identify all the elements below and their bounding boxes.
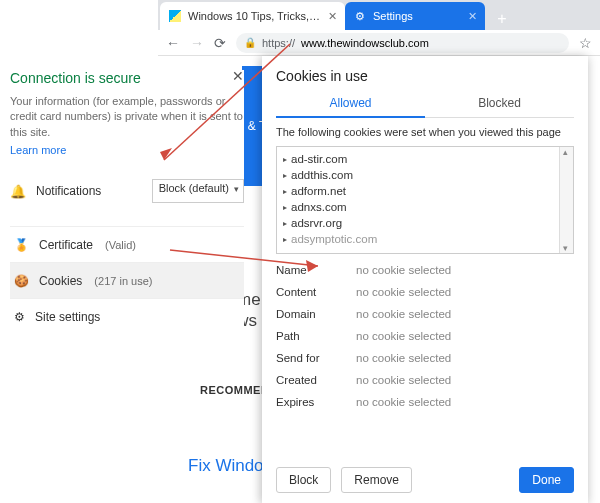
field-value: no cookie selected [356,308,574,320]
tab-site[interactable]: Windows 10 Tips, Tricks, Help, Su ✕ [160,2,345,30]
field-value: no cookie selected [356,396,574,408]
reload-icon[interactable]: ⟳ [214,35,226,51]
site-settings-label: Site settings [35,310,100,324]
field-label: Created [276,374,356,386]
site-info-popup: ✕ Connection is secure Your information … [10,70,244,334]
favicon-icon [168,9,182,23]
tab-blocked[interactable]: Blocked [425,90,574,117]
remove-button[interactable]: Remove [341,467,412,493]
chevron-right-icon: ▸ [283,219,287,228]
tab-bar: Windows 10 Tips, Tricks, Help, Su ✕ ⚙ Se… [158,0,600,30]
cookies-row[interactable]: 🍪 Cookies (217 in use) [10,262,244,298]
field-label: Content [276,286,356,298]
list-item[interactable]: ▸adform.net [277,183,573,199]
list-item[interactable]: ▸adsrvr.org [277,215,573,231]
chevron-right-icon: ▸ [283,187,287,196]
scrollbar[interactable] [559,147,573,253]
back-icon[interactable]: ← [166,35,180,51]
field-label: Send for [276,352,356,364]
learn-more-link[interactable]: Learn more [10,144,244,156]
certificate-icon: 🏅 [14,238,29,252]
lock-icon[interactable]: 🔒 [244,37,256,48]
cookie-icon: 🍪 [14,274,29,288]
cookie-domain: adnxs.com [291,201,347,213]
gear-icon: ⚙ [353,9,367,23]
cookie-domain: addthis.com [291,169,353,181]
field-value: no cookie selected [356,374,574,386]
address-bar[interactable]: 🔒 https://www.thewindowsclub.com [236,33,569,53]
list-item[interactable]: ▸adsymptotic.com [277,231,573,247]
field-value: no cookie selected [356,330,574,342]
tab-settings[interactable]: ⚙ Settings ✕ [345,2,485,30]
close-icon[interactable]: ✕ [232,68,244,84]
cookies-list[interactable]: ▸ad-stir.com ▸addthis.com ▸adform.net ▸a… [276,146,574,254]
permission-label: Notifications [36,184,142,198]
permission-notifications: 🔔 Notifications Block (default) [10,174,244,208]
toolbar: ← → ⟳ 🔒 https://www.thewindowsclub.com ☆ [158,30,600,56]
field-label: Name [276,264,356,276]
field-label: Expires [276,396,356,408]
field-label: Domain [276,308,356,320]
url-scheme: https:// [262,37,295,49]
cookie-domain: adform.net [291,185,346,197]
cookie-domain: ad-stir.com [291,153,347,165]
cookies-dialog: Cookies in use Allowed Blocked The follo… [262,56,588,503]
close-icon[interactable]: ✕ [328,10,337,23]
site-settings-row[interactable]: ⚙ Site settings [10,298,244,334]
bell-blocked-icon: 🔔 [10,184,26,199]
browser-chrome: Windows 10 Tips, Tricks, Help, Su ✕ ⚙ Se… [158,0,600,56]
certificate-status: (Valid) [105,239,136,251]
bookmark-icon[interactable]: ☆ [579,35,592,51]
cookie-domain: adsymptotic.com [291,233,377,245]
certificate-label: Certificate [39,238,93,252]
connection-status-title: Connection is secure [10,70,244,86]
cookie-details: Nameno cookie selected Contentno cookie … [276,264,574,408]
connection-status-desc: Your information (for example, passwords… [10,94,244,140]
tab-allowed[interactable]: Allowed [276,90,425,118]
cookies-label: Cookies [39,274,82,288]
tab-label: Settings [373,10,462,22]
cookies-desc: The following cookies were set when you … [276,126,574,138]
dialog-buttons: Block Remove Done [276,457,574,493]
chevron-right-icon: ▸ [283,171,287,180]
done-button[interactable]: Done [519,467,574,493]
field-value: no cookie selected [356,286,574,298]
certificate-row[interactable]: 🏅 Certificate (Valid) [10,226,244,262]
cookie-domain: adsrvr.org [291,217,342,229]
field-value: no cookie selected [356,352,574,364]
tab-label: Windows 10 Tips, Tricks, Help, Su [188,10,322,22]
field-label: Path [276,330,356,342]
close-icon[interactable]: ✕ [468,10,477,23]
dialog-title: Cookies in use [276,68,574,84]
list-item[interactable]: ▸adnxs.com [277,199,573,215]
field-value: no cookie selected [356,264,574,276]
list-item[interactable]: ▸addthis.com [277,167,573,183]
forward-icon[interactable]: → [190,35,204,51]
chevron-right-icon: ▸ [283,235,287,244]
chevron-right-icon: ▸ [283,203,287,212]
chevron-right-icon: ▸ [283,155,287,164]
block-button[interactable]: Block [276,467,331,493]
new-tab-button[interactable]: + [491,8,513,30]
page-section-label: RECOMMEN [200,384,269,396]
notifications-select[interactable]: Block (default) [152,179,244,203]
list-item[interactable]: ▸ad-stir.com [277,151,573,167]
cookies-tabs: Allowed Blocked [276,90,574,118]
cookies-count: (217 in use) [94,275,152,287]
select-value: Block (default) [159,182,229,194]
gear-icon: ⚙ [14,310,25,324]
url-host: www.thewindowsclub.com [301,37,429,49]
